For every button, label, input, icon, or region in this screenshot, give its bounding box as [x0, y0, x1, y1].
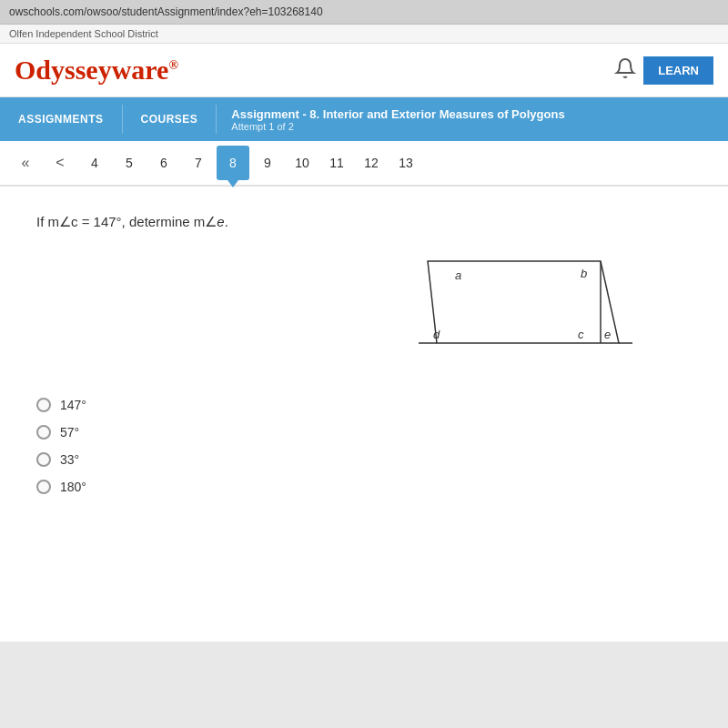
- label-e: e: [604, 328, 611, 341]
- page-4-button[interactable]: 4: [78, 146, 111, 180]
- question-text: If m∠c = 147°, determine m∠e.: [36, 214, 692, 230]
- district-bar: Olfen Independent School District: [0, 25, 728, 44]
- radio-147[interactable]: [36, 398, 51, 412]
- radio-180[interactable]: [36, 480, 51, 494]
- label-a: a: [455, 268, 461, 282]
- content-area: If m∠c = 147°, determine m∠e. a b: [0, 187, 728, 642]
- assignment-info: Assignment - 8. Interior and Exterior Me…: [217, 97, 579, 141]
- page-9-button[interactable]: 9: [251, 146, 284, 180]
- page-7-button[interactable]: 7: [182, 146, 215, 180]
- page-12-button[interactable]: 12: [355, 146, 388, 180]
- radio-33[interactable]: [36, 452, 51, 467]
- nav-bar: ASSIGNMENTS COURSES Assignment - 8. Inte…: [0, 97, 728, 141]
- label-b: b: [581, 267, 587, 280]
- label-c: c: [578, 328, 584, 341]
- page-5-button[interactable]: 5: [113, 146, 146, 180]
- label-d: d: [433, 328, 440, 341]
- parallelogram-figure: a b d c e: [382, 252, 637, 370]
- learn-button[interactable]: LEARN: [643, 56, 713, 85]
- page-13-button[interactable]: 13: [389, 146, 422, 180]
- option-label-57: 57°: [60, 425, 79, 440]
- option-label-147: 147°: [60, 398, 86, 412]
- option-33[interactable]: 33°: [36, 452, 692, 467]
- page-8-button[interactable]: 8: [217, 146, 249, 180]
- option-label-180: 180°: [60, 480, 86, 494]
- pagination-bar: « < 4 5 6 7 8 9 10 11 12 13: [0, 141, 728, 187]
- app-header: Odysseyware® LEARN: [0, 44, 728, 97]
- option-label-33: 33°: [60, 452, 79, 467]
- page-first-button[interactable]: «: [9, 146, 42, 180]
- option-57[interactable]: 57°: [36, 425, 692, 440]
- option-180[interactable]: 180°: [36, 480, 692, 494]
- page-10-button[interactable]: 10: [286, 146, 318, 180]
- option-147[interactable]: 147°: [36, 398, 692, 412]
- figure-container: a b d c e: [36, 252, 637, 370]
- courses-nav[interactable]: COURSES: [123, 97, 217, 141]
- bell-icon: [614, 57, 636, 84]
- app-container: Odysseyware® LEARN ASSIGNMENTS COURSES: [0, 44, 728, 642]
- app-logo: Odysseyware®: [15, 55, 178, 86]
- page-6-button[interactable]: 6: [147, 146, 180, 180]
- page-prev-button[interactable]: <: [44, 146, 76, 180]
- header-right: LEARN: [614, 56, 713, 85]
- assignment-title: Assignment - 8. Interior and Exterior Me…: [231, 107, 564, 121]
- options-list: 147° 57° 33° 180°: [36, 398, 692, 494]
- radio-57[interactable]: [36, 425, 51, 440]
- attempt-label: Attempt 1 of 2: [231, 121, 564, 132]
- assignments-nav[interactable]: ASSIGNMENTS: [0, 97, 122, 141]
- page-11-button[interactable]: 11: [320, 146, 353, 180]
- browser-url-bar: owschools.com/owsoo/studentAssignment/in…: [0, 0, 728, 25]
